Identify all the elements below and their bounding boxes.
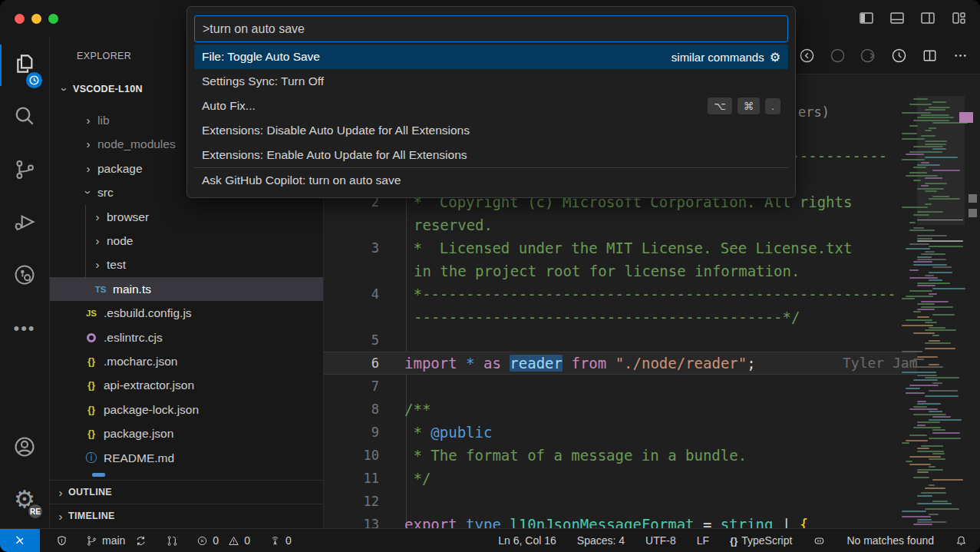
navigate-last-edit-icon[interactable] <box>860 47 877 68</box>
code-row-line-8[interactable]: 8/** <box>324 398 917 421</box>
code-row-wrap[interactable]: ----------------------------------------… <box>324 306 917 329</box>
code-line: ----------------------------------------… <box>414 306 800 329</box>
code-row-line-10[interactable]: 10 * The format of a message in a bundle… <box>324 444 917 467</box>
notifications-bell-icon[interactable] <box>955 534 968 547</box>
overview-ruler-marker <box>968 194 977 203</box>
minimap-line <box>917 521 946 523</box>
minimap-line <box>925 177 942 179</box>
more-views-icon[interactable]: ••• <box>0 309 49 348</box>
code-row-line-11[interactable]: 11 */ <box>324 467 917 490</box>
gear-icon[interactable]: ⚙ <box>770 50 780 64</box>
tree-item-browser[interactable]: ›browser <box>50 205 323 229</box>
code-row-line-5[interactable]: 5 <box>324 329 917 352</box>
code-row-wrap[interactable]: in the project root for license informat… <box>324 259 917 283</box>
tree-item-package-lock-json[interactable]: {}package-lock.json <box>50 398 323 421</box>
more-actions-icon[interactable] <box>952 47 969 68</box>
toggle-panel-icon[interactable] <box>888 8 906 30</box>
minimize-window-button[interactable] <box>31 14 41 24</box>
vscode-window: ••• ⚙ RE EXPLORER › VSCODE-L10N ›lib›nod… <box>0 0 980 552</box>
tree-item-node[interactable]: ›node <box>50 229 323 253</box>
git-pull-request-icon[interactable] <box>166 534 179 547</box>
toggle-secondary-sidebar-icon[interactable] <box>919 8 937 30</box>
timeline-section-header[interactable]: › TIMELINE <box>50 504 323 527</box>
minimap[interactable] <box>917 96 965 527</box>
explorer-view-icon[interactable] <box>0 45 49 83</box>
code-row-line-9[interactable]: 9 * @public <box>324 421 917 444</box>
tree-item-api-extractor-json[interactable]: {}api-extractor.json <box>50 373 323 397</box>
tree-item-main-ts[interactable]: TSmain.ts <box>50 277 323 301</box>
source-control-icon[interactable] <box>0 150 49 189</box>
zoom-window-button[interactable] <box>48 14 58 24</box>
palette-item-file-toggle-auto-save[interactable]: File: Toggle Auto Savesimilar commands⚙ <box>194 45 788 69</box>
outline-section-header[interactable]: › OUTLINE <box>50 480 323 504</box>
minimap-line <box>921 306 953 308</box>
minimap-line <box>917 238 932 240</box>
workspace-trust-shield-icon[interactable] <box>55 534 68 547</box>
eol-sequence[interactable]: LF <box>697 534 709 547</box>
code-row-line-6[interactable]: 6import * as reader from "./node/reader"… <box>324 352 917 375</box>
tree-item-label: src <box>97 186 114 200</box>
code-row-line-7[interactable]: 7 <box>324 375 917 398</box>
code-row-wrap[interactable]: reserved. <box>324 213 917 236</box>
code-row-line-4[interactable]: 4 *-------------------------------------… <box>324 283 917 306</box>
palette-item-extensions-disable-auto-update-for-all-extensions[interactable]: Extensions: Disable Auto Update for All … <box>194 118 788 143</box>
minimap-line <box>917 451 944 452</box>
palette-item-ask-github-copilot-turn-on-auto-save[interactable]: Ask GitHub Copilot: turn on auto save <box>194 167 788 192</box>
traffic-lights <box>15 14 58 24</box>
minimap-line <box>913 120 949 121</box>
tree-item-mocharc-json[interactable]: {}.mocharc.json <box>50 349 323 373</box>
indentation[interactable]: Spaces: 4 <box>577 534 625 547</box>
navigate-forward-disabled-icon[interactable] <box>829 47 846 68</box>
minimap-line <box>932 453 945 454</box>
code-row-line-12[interactable]: 12 <box>324 490 917 513</box>
overview-ruler-marker <box>968 209 977 217</box>
minimap-line <box>929 340 940 342</box>
remote-indicator[interactable] <box>0 529 40 552</box>
error-icon <box>196 534 209 547</box>
split-editor-icon[interactable] <box>921 47 939 68</box>
timeline-history-icon[interactable] <box>890 47 908 68</box>
close-window-button[interactable] <box>15 14 25 24</box>
run-and-debug-icon[interactable] <box>0 203 49 241</box>
settings-gear-icon[interactable]: ⚙ RE <box>0 480 49 518</box>
line-number: 5 <box>324 329 379 352</box>
navigate-back-icon[interactable] <box>798 47 816 68</box>
code-row-line-3[interactable]: 3 * Licensed under the MIT License. See … <box>324 236 917 259</box>
palette-item-settings-sync-turn-off[interactable]: Settings Sync: Turn Off <box>194 69 788 94</box>
branch-name: main <box>102 534 125 547</box>
problems-item[interactable]: 0 0 <box>196 534 250 547</box>
tree-item-readme-md[interactable]: ⓘREADME.md <box>50 446 323 470</box>
minimap-line <box>925 140 947 142</box>
minimap-line <box>917 164 940 166</box>
copilot-icon[interactable] <box>813 534 826 547</box>
minimap-line <box>902 133 917 134</box>
palette-item-extensions-enable-auto-update-for-all-extensions[interactable]: Extensions: Enable Auto Update for All E… <box>194 143 788 167</box>
command-palette: File: Toggle Auto Savesimilar commands⚙S… <box>186 6 796 198</box>
ports-item[interactable]: 0 <box>269 534 292 547</box>
customize-layout-icon[interactable] <box>949 8 968 30</box>
code-row-line-13[interactable]: 13export type l10nJsonMessageFormat = st… <box>324 513 917 528</box>
tree-item-eslintrc-cjs[interactable]: .eslintrc.cjs <box>50 326 323 349</box>
toggle-primary-sidebar-icon[interactable] <box>857 8 876 30</box>
sync-changes-icon[interactable] <box>134 534 147 547</box>
cursor-position[interactable]: Ln 6, Col 16 <box>498 534 556 547</box>
token: @public <box>431 424 492 441</box>
accounts-icon[interactable] <box>0 428 49 466</box>
tree-item-package-json[interactable]: {}package.json <box>50 421 323 445</box>
search-icon[interactable] <box>0 97 49 135</box>
token <box>475 355 483 372</box>
tree-item-esbuild-config-js[interactable]: JS.esbuild.config.js <box>50 301 323 325</box>
git-branch-item[interactable]: main <box>85 534 125 547</box>
tree-item-test[interactable]: ›test <box>50 253 323 276</box>
minimap-line <box>909 151 942 153</box>
minimap-line <box>909 435 927 436</box>
token: ; <box>747 355 755 372</box>
minimap-line <box>929 484 935 486</box>
command-palette-input[interactable] <box>194 15 788 42</box>
palette-item-auto-fix[interactable]: Auto Fix...⌥⌘. <box>194 94 788 118</box>
language-mode[interactable]: {} TypeScript <box>730 534 792 547</box>
code-line: * The format of a message in a bundle. <box>404 444 747 467</box>
activity-bar: ••• ⚙ RE <box>0 37 50 528</box>
encoding[interactable]: UTF-8 <box>645 534 676 547</box>
scm-graph-circle-icon[interactable] <box>0 256 49 294</box>
